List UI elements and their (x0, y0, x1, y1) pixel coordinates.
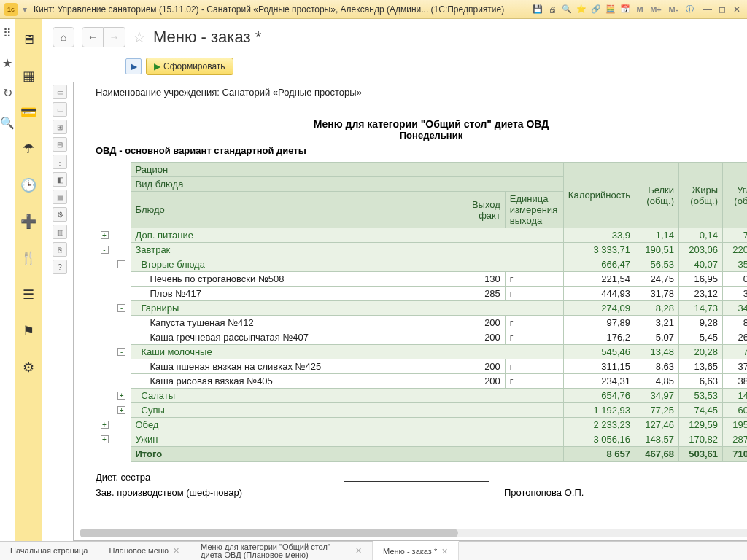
maximize-button[interactable]: ◻ (716, 4, 728, 15)
card-icon[interactable]: 💳 (15, 99, 42, 125)
calendar-icon[interactable]: 📅 (619, 3, 632, 16)
save-icon[interactable]: 💾 (531, 3, 544, 16)
row-label: Итого (131, 447, 563, 462)
dish-name: Капуста тушеная №412 (131, 316, 465, 330)
dish-name: Печень по строгановски №508 (131, 272, 465, 287)
tool-7[interactable]: ▤ (53, 190, 67, 204)
report-toolbar: ▭ ▭ ⊞ ⊟ ⋮ ◧ ▤ ⚙ ▥ ⎘ ? (53, 82, 70, 541)
row-label: Салаты (131, 389, 563, 403)
table-row: -Завтрак3 333,71190,51203,06220,58 (96, 243, 747, 257)
scrollbar-thumb[interactable] (80, 529, 458, 537)
section-bar: 🖥 ▦ 💳 ☂ 🕒 ➕ 🍴 ☰ ⚑ ⚙ (15, 19, 42, 541)
tab-close-icon[interactable]: ✕ (441, 547, 448, 556)
dish-name: Каша рисовая вязкая №405 (131, 374, 465, 389)
sig-nurse-label: Диет. сестра (96, 472, 344, 483)
window-tab[interactable]: Начальная страница (0, 542, 98, 560)
clock-icon[interactable]: 🕒 (15, 172, 42, 198)
table-row: Итого8 657467,68503,61710,37 (96, 447, 747, 462)
umbrella-icon[interactable]: ☂ (15, 136, 42, 162)
tool-2[interactable]: ▭ (53, 102, 67, 117)
table-row: Каша гречневая рассыпчатая №407200г176,2… (96, 330, 747, 345)
tree-toggle[interactable]: + (117, 406, 125, 414)
app-logo: 1c (4, 3, 18, 16)
dish-name: Каша гречневая рассыпчатая №407 (131, 330, 465, 345)
flag-icon[interactable]: ⚑ (15, 318, 42, 344)
minimize-button[interactable]: — (702, 4, 713, 15)
th-out: Выход факт (465, 192, 505, 228)
info-icon[interactable]: ⓘ (683, 3, 696, 16)
calc-icon[interactable]: 🧮 (604, 3, 617, 16)
tree-toggle[interactable]: - (117, 304, 125, 312)
tool-1[interactable]: ▭ (53, 85, 67, 99)
calendar-section-icon[interactable]: ▦ (15, 63, 42, 89)
apps-icon[interactable]: ⠿ (3, 26, 12, 40)
generate-button[interactable]: ▶ Сформировать (146, 58, 233, 75)
tool-5[interactable]: ⋮ (53, 155, 67, 169)
home-button[interactable]: ⌂ (53, 27, 74, 47)
th-carb: Углев (общ.) (723, 163, 748, 228)
history-icon[interactable]: ↻ (3, 86, 12, 100)
tool-9[interactable]: ▥ (53, 225, 67, 239)
row-label: Каши молочные (131, 345, 563, 359)
tool-8[interactable]: ⚙ (53, 207, 67, 222)
forward-button[interactable]: → (104, 27, 125, 47)
tree-toggle[interactable]: - (101, 246, 109, 254)
m-plus-icon[interactable]: M+ (648, 3, 664, 16)
expand-panel-button[interactable]: ▶ (125, 58, 142, 74)
table-row: +Салаты654,7634,9753,5314,31 (96, 389, 747, 403)
tree-toggle[interactable]: + (101, 421, 109, 429)
row-label: Завтрак (131, 243, 563, 257)
window-tab[interactable]: Меню - заказ *✕ (373, 541, 459, 560)
favorite-toggle[interactable]: ☆ (133, 28, 146, 46)
report-viewport[interactable]: Наименование учреждения: Санаторий «Родн… (73, 82, 747, 541)
print-icon[interactable]: 🖨 (546, 3, 559, 16)
table-row: Каша рисовая вязкая №405200г234,314,856,… (96, 374, 747, 389)
tree-toggle[interactable]: - (117, 348, 125, 356)
tab-close-icon[interactable]: ✕ (355, 546, 362, 556)
horizontal-scrollbar[interactable] (80, 529, 747, 537)
signatures: Диет. сестра Зав. производством (шеф-пов… (96, 472, 747, 498)
page-header: ⌂ ← → ☆ Меню - заказ * ✕ (42, 19, 747, 55)
preview-icon[interactable]: 🔍 (560, 3, 573, 16)
tool-3[interactable]: ⊞ (53, 120, 67, 134)
window-tabs: Начальная страницаПлановое меню✕Меню для… (0, 541, 747, 560)
table-row: -Гарниры274,098,2814,7334,37 (96, 301, 747, 316)
nav-rail: ⠿ ★ ↻ 🔍 (0, 19, 15, 541)
tool-6[interactable]: ◧ (53, 172, 67, 187)
sig-nurse-line (344, 472, 489, 482)
medical-icon[interactable]: ➕ (15, 209, 42, 235)
favorite-icon[interactable]: ⭐ (575, 3, 588, 16)
menu-table: Рацион Калорийность Белки (общ.) Жиры (о… (96, 162, 747, 462)
back-button[interactable]: ← (82, 27, 104, 47)
table-row: +Доп. питание33,91,140,147,46 (96, 228, 747, 243)
tree-toggle[interactable]: + (117, 392, 125, 400)
table-row: Плов №417285г444,9331,7823,1234,7 (96, 287, 747, 301)
link-icon[interactable]: 🔗 (589, 3, 603, 16)
storage-icon[interactable]: ☰ (15, 281, 42, 308)
table-row: +Обед2 233,23127,46129,59195,12 (96, 418, 747, 432)
sig-chef-label: Зав. производством (шеф-повар) (96, 487, 344, 498)
th-dishtype: Вид блюда (131, 177, 563, 192)
page-title: Меню - заказ * (153, 28, 261, 47)
search-icon[interactable]: 🔍 (0, 116, 15, 130)
tool-10[interactable]: ⎘ (53, 242, 67, 257)
tree-toggle[interactable]: + (101, 231, 109, 239)
app-menu-dropdown[interactable]: ▾ (20, 4, 29, 15)
m-minus-icon[interactable]: M- (665, 3, 681, 16)
tree-toggle[interactable]: - (117, 260, 125, 268)
window-tab[interactable]: Меню для категории "Общий стол" диета ОВ… (190, 542, 373, 560)
m-icon[interactable]: M (633, 3, 646, 16)
tab-close-icon[interactable]: ✕ (173, 546, 179, 556)
settings-icon[interactable]: ⚙ (15, 354, 42, 381)
desktop-icon[interactable]: 🖥 (15, 26, 42, 52)
tool-4[interactable]: ⊟ (53, 137, 67, 152)
tool-help[interactable]: ? (53, 260, 67, 274)
window-tab[interactable]: Плановое меню✕ (98, 542, 190, 560)
star-icon[interactable]: ★ (2, 56, 12, 70)
close-button[interactable]: ✕ (731, 4, 743, 15)
row-label: Вторые блюда (131, 257, 563, 272)
table-row: Капуста тушеная №412200г97,893,219,288,3… (96, 316, 747, 330)
table-row: +Супы1 192,9377,2574,4560,86 (96, 403, 747, 418)
food-icon[interactable]: 🍴 (15, 245, 42, 271)
tree-toggle[interactable]: + (101, 435, 109, 443)
